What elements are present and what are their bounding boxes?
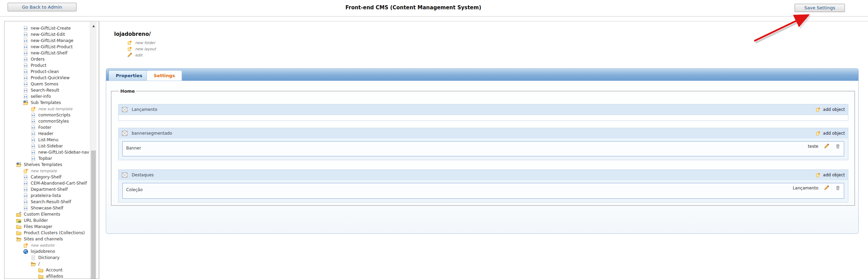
section-title: Destaques	[132, 173, 816, 177]
tree-item-custom-elements[interactable]: Custom Elements	[4, 211, 90, 217]
tree-item-dictionary[interactable]: Dictionary	[4, 255, 90, 261]
tree-item-label: List-Menu	[38, 137, 58, 142]
tree-item-label: Search-Result-Shelf	[31, 199, 71, 204]
add-object-link[interactable]: add object	[816, 173, 845, 177]
tree-item-account[interactable]: Account	[4, 267, 90, 273]
page-code-icon	[31, 119, 36, 124]
new-item-icon	[816, 131, 820, 136]
tree-item-orders[interactable]: Orders	[4, 56, 90, 62]
sidebar-scrollbar[interactable]: ▲	[90, 22, 97, 279]
tree-item-label: Shelves Templates	[24, 162, 62, 167]
tree-item-quem-somos[interactable]: Quem Somos	[4, 81, 90, 87]
scrollbar-up-icon[interactable]: ▲	[91, 23, 97, 29]
folder-icon	[16, 230, 21, 236]
tree-item-new-giftlist-edit[interactable]: new-GiftList-Edit	[4, 31, 90, 38]
new-layout-link[interactable]: new layout	[127, 46, 156, 52]
page-title: Front-end CMS (Content Management System…	[0, 4, 827, 11]
page-code-icon	[23, 206, 28, 211]
tree-item-showcase-shelf[interactable]: Showcase-Shelf	[4, 205, 90, 211]
tree-item-list-menu[interactable]: List-Menu	[4, 137, 90, 143]
tree-item-label: Quem Somos	[31, 82, 58, 86]
object-label: Banner	[126, 146, 141, 151]
tree-item-sites-and-channels[interactable]: Sites and channels	[4, 236, 90, 242]
edit-link[interactable]: edit	[127, 52, 142, 58]
tab-settings[interactable]: Settings	[147, 70, 182, 81]
object-placeholder-icon	[122, 106, 128, 113]
tree-item-files-manager[interactable]: Files Manager	[4, 224, 90, 230]
tree-item-new-sub-template[interactable]: new sub template	[4, 106, 90, 112]
tree-item-label: new-GiftList-Edit	[31, 32, 65, 37]
tree-item-lojadobreno[interactable]: lojadobreno	[4, 248, 90, 255]
tree-item-cem-abandoned-cart-shelf[interactable]: CEM-Abandoned-Cart-Shelf	[4, 180, 90, 186]
tree-item-url-builder[interactable]: URL Builder	[4, 217, 90, 224]
tree-item-header[interactable]: Header	[4, 131, 90, 137]
tree-item-category-shelf[interactable]: Category-Shelf	[4, 174, 90, 180]
doc-icon	[31, 255, 36, 260]
tree-item-label: Footer	[38, 125, 51, 130]
tree-item-search-result[interactable]: Search-Result	[4, 87, 90, 93]
top-bar: Go Back to Admin Front-end CMS (Content …	[0, 0, 868, 17]
tree-item-new-template[interactable]: new template	[4, 168, 90, 174]
tree-item-label: new-GiftList-Sidebar-nav	[38, 150, 89, 155]
tree-item-new-giftlist-product[interactable]: new-GiftList-Product	[4, 44, 90, 50]
tree-item-label: Product-clean	[31, 69, 59, 74]
section-header: Lançamento add object	[119, 104, 848, 115]
tree-item-label: Sub Templates	[31, 100, 61, 105]
tree-item-new-giftlist-shelf[interactable]: new-GiftList-Shelf	[4, 50, 90, 56]
tree-item-product-clean[interactable]: Product-clean	[4, 69, 90, 75]
scrollbar-thumb[interactable]	[91, 151, 96, 279]
tree-item-footer[interactable]: Footer	[4, 124, 90, 131]
add-object-link[interactable]: add object	[816, 131, 845, 136]
add-object-link[interactable]: add object	[816, 107, 845, 112]
delete-trash-icon[interactable]	[835, 185, 840, 190]
tree-item-new-giftlist-sidebar-nav[interactable]: new-GiftList-Sidebar-nav	[4, 149, 90, 155]
tree-item-product-clusters-collections[interactable]: Product Clusters (Collections)	[4, 230, 90, 236]
tab-properties[interactable]: Properties	[109, 70, 150, 81]
tree-item-new-website[interactable]: new website	[4, 242, 90, 248]
tree-item-commonscripts[interactable]: commonScripts	[4, 112, 90, 118]
page-code-icon	[31, 150, 36, 155]
tree-item-list-sidebar[interactable]: List-Sidebar	[4, 143, 90, 149]
tree-item-new-giftlist-create[interactable]: new-GiftList-Create	[4, 25, 90, 31]
template-tree: new-GiftList-Createnew-GiftList-Editnew-…	[4, 25, 90, 279]
tree-item-topbar[interactable]: Topbar	[4, 155, 90, 162]
folder-icon	[38, 268, 43, 273]
tree-item-prateleira-lista[interactable]: prateleira-lista	[4, 193, 90, 199]
tree-item-search-result-shelf[interactable]: Search-Result-Shelf	[4, 199, 90, 205]
tree-item-new-giftlist-manage[interactable]: new-GiftList-Manage	[4, 38, 90, 44]
tree-item-label: prateleira-lista	[31, 193, 61, 198]
new-item-icon	[127, 46, 132, 51]
section-body: Coleção Lançamento	[119, 180, 848, 202]
section-body: Banner teste	[119, 138, 848, 160]
tree-item-seller-info[interactable]: seller-info	[4, 93, 90, 100]
tree-item-label: new template	[31, 169, 57, 173]
page-code-icon	[23, 63, 28, 68]
section-header: Destaques add object	[119, 170, 848, 180]
save-settings-button[interactable]: Save Settings	[795, 4, 845, 12]
folder-pages-icon	[23, 100, 28, 105]
tree-item-afiliados[interactable]: afiliados	[4, 273, 90, 279]
tree-item-label: seller-info	[31, 94, 51, 99]
page-code-icon	[23, 181, 28, 186]
delete-trash-icon[interactable]	[835, 144, 840, 149]
edit-pencil-icon[interactable]	[824, 185, 829, 190]
tree-item-commonstyles[interactable]: commonStyles	[4, 118, 90, 124]
tree-item-department-shelf[interactable]: Department-Shelf	[4, 186, 90, 193]
edit-pencil-icon[interactable]	[824, 144, 829, 149]
tree-item-label: Product Clusters (Collections)	[24, 230, 85, 235]
new-folder-link[interactable]: new folder	[127, 40, 155, 46]
tree-item-label: List-Sidebar	[38, 144, 63, 148]
page-code-icon	[31, 113, 36, 118]
tree-item-label: URL Builder	[24, 218, 48, 223]
tree-item-product-quickview[interactable]: Product-QuickView	[4, 75, 90, 81]
tree-item-shelves-templates[interactable]: Shelves Templates	[4, 162, 90, 168]
tree-item-label: Account	[46, 268, 62, 272]
new-item-icon	[23, 243, 28, 248]
page-code-icon	[31, 137, 36, 143]
tree-item-label: Product-QuickView	[31, 75, 70, 80]
tree-item-product[interactable]: Product	[4, 62, 90, 69]
tree-item-label: Product	[31, 63, 47, 68]
tree-item-[interactable]: /	[4, 261, 90, 267]
tree-item-sub-templates[interactable]: Sub Templates	[4, 100, 90, 106]
tree-item-label: Custom Elements	[24, 212, 60, 217]
